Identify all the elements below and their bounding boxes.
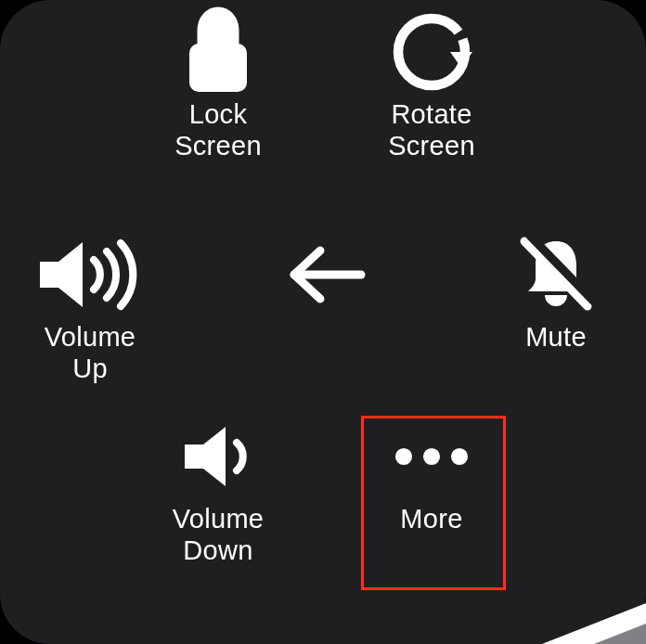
volume-up-label: Volume Up	[45, 321, 136, 384]
rotate-icon	[385, 6, 478, 98]
volume-down-icon	[172, 410, 265, 503]
svg-marker-2	[450, 52, 472, 68]
lock-screen-button[interactable]: Lock Screen	[139, 6, 297, 161]
lock-screen-label: Lock Screen	[174, 98, 262, 161]
more-ellipsis-icon	[385, 410, 478, 503]
rotate-screen-button[interactable]: Rotate Screen	[353, 6, 510, 161]
volume-up-icon	[34, 228, 146, 321]
volume-down-label: Volume Down	[173, 503, 265, 566]
svg-point-7	[423, 448, 440, 465]
svg-point-8	[451, 448, 468, 465]
bell-slash-icon	[510, 228, 602, 321]
volume-up-button[interactable]: Volume Up	[11, 228, 169, 384]
arrow-left-icon	[279, 228, 372, 321]
mute-button[interactable]: Mute	[477, 228, 635, 353]
back-button[interactable]	[247, 228, 405, 321]
more-button[interactable]: More	[353, 410, 510, 535]
rotate-screen-label: Rotate Screen	[388, 98, 475, 161]
svg-point-6	[395, 448, 412, 465]
lock-icon	[172, 6, 265, 98]
assistive-touch-device-panel: Lock Screen Rotate Screen Volume Up	[0, 0, 646, 644]
svg-rect-0	[189, 44, 247, 92]
volume-down-button[interactable]: Volume Down	[139, 410, 297, 566]
more-label: More	[400, 503, 462, 535]
resize-grip-corner	[542, 603, 646, 644]
mute-label: Mute	[525, 321, 587, 353]
